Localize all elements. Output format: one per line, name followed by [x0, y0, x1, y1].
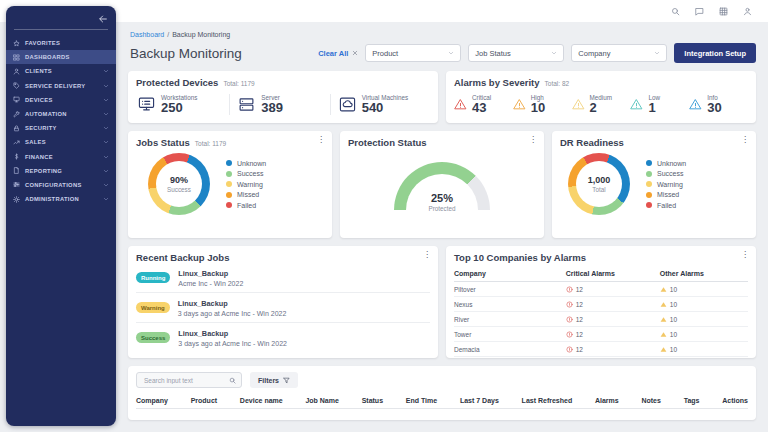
- legend-label: Success: [237, 170, 263, 177]
- column-header-status[interactable]: Status: [362, 397, 383, 404]
- star-icon: [13, 40, 20, 47]
- card-title: Top 10 Companies by Alarms: [454, 252, 586, 263]
- search-icon: [229, 377, 236, 384]
- clear-all-button[interactable]: Clear All: [318, 49, 358, 58]
- sidebar-item-label: FAVORITES: [25, 40, 60, 46]
- column-header-alarms[interactable]: Alarms: [595, 397, 619, 404]
- gauge-center-value: 25%: [394, 192, 490, 204]
- kebab-menu-icon[interactable]: ⋮: [529, 136, 537, 144]
- legend-label: Missed: [237, 191, 259, 198]
- sidebar-item-finance[interactable]: FINANCE: [6, 150, 116, 164]
- filter-select-product[interactable]: Product: [365, 44, 461, 62]
- kebab-menu-icon[interactable]: ⋮: [741, 251, 749, 259]
- close-icon: [352, 50, 358, 56]
- sidebar-item-devices[interactable]: DEVICES: [6, 93, 116, 107]
- kebab-menu-icon[interactable]: ⋮: [317, 136, 325, 144]
- chevron-down-icon: [103, 68, 109, 74]
- breadcrumb-dashboard-link[interactable]: Dashboard: [130, 31, 164, 38]
- sidebar-item-favorites[interactable]: FAVORITES: [6, 36, 116, 50]
- company-name: Piltover: [454, 286, 566, 293]
- filters-label: Filters: [258, 377, 279, 384]
- sidebar-item-label: SALES: [25, 139, 46, 145]
- chevron-down-icon: [448, 50, 454, 56]
- alert-triangle-icon: [689, 98, 702, 111]
- apps-button[interactable]: [719, 4, 728, 19]
- sidebar-item-administration[interactable]: ADMINISTRATION: [6, 192, 116, 206]
- severity-value: 2: [590, 101, 612, 115]
- collapse-sidebar-button[interactable]: [98, 12, 108, 27]
- column-header-job-name[interactable]: Job Name: [305, 397, 338, 404]
- job-name: Linux_Backup: [178, 329, 287, 338]
- job-row[interactable]: Warning Linux_Backup 3 days ago at Acme …: [136, 293, 430, 323]
- lock-icon: [13, 125, 20, 132]
- kebab-menu-icon[interactable]: ⋮: [741, 136, 749, 144]
- legend-item-failed: Failed: [646, 202, 686, 209]
- dollar-icon: [13, 153, 20, 160]
- column-header-product[interactable]: Product: [191, 397, 217, 404]
- sidebar-item-security[interactable]: SECURITY: [6, 121, 116, 135]
- recent-backup-jobs-card: Recent Backup Jobs ⋮ Running Linux_Backu…: [128, 246, 438, 358]
- column-header-actions[interactable]: Actions: [722, 397, 748, 404]
- sidebar-item-dashboards[interactable]: DASHBOARDS: [6, 50, 116, 64]
- integration-setup-button[interactable]: Integration Setup: [674, 43, 756, 63]
- search-input[interactable]: [142, 376, 229, 385]
- card-total: Total: 1179: [195, 140, 226, 147]
- column-header-notes[interactable]: Notes: [641, 397, 660, 404]
- sidebar-item-label: DASHBOARDS: [25, 54, 70, 60]
- user-button[interactable]: [743, 4, 752, 19]
- legend-label: Warning: [657, 181, 683, 188]
- protection-status-card: Protection Status ⋮ 25% Protected: [340, 131, 544, 238]
- column-header-last-7-days[interactable]: Last 7 Days: [460, 397, 499, 404]
- chevron-down-icon: [103, 139, 109, 145]
- backup-jobs-table-card: Filters CompanyProductDevice nameJob Nam…: [128, 366, 756, 420]
- legend-dot: [646, 160, 652, 166]
- legend-item-warning: Warning: [226, 181, 266, 188]
- filters-button[interactable]: Filters: [250, 372, 298, 388]
- wrench-icon: [13, 111, 20, 118]
- column-header-tags[interactable]: Tags: [684, 397, 700, 404]
- dr-readiness-donut: 1,000 Total: [568, 153, 630, 215]
- filter-select-job-status[interactable]: Job Status: [468, 44, 564, 62]
- company-row-piltover[interactable]: Piltover 12 10: [454, 282, 748, 297]
- sidebar-item-configurations[interactable]: CONFIGURATIONS: [6, 178, 116, 192]
- job-row[interactable]: Running Linux_Backup Acme Inc - Win 2022: [136, 263, 430, 293]
- company-row-nexus[interactable]: Nexus 12 10: [454, 297, 748, 312]
- search-button[interactable]: [671, 4, 680, 19]
- legend-dot: [646, 181, 652, 187]
- chat-icon: [695, 7, 704, 16]
- other-alarm-count: 10: [670, 346, 677, 353]
- company-row-river[interactable]: River 12 10: [454, 312, 748, 327]
- chevron-down-icon: [551, 50, 557, 56]
- status-badge: Running: [136, 272, 170, 283]
- kebab-menu-icon[interactable]: ⋮: [423, 251, 431, 259]
- filter-select-company[interactable]: Company: [571, 44, 667, 62]
- column-header-device-name[interactable]: Device name: [240, 397, 283, 404]
- sidebar-item-service-delivery[interactable]: SERVICE DELIVERY: [6, 79, 116, 93]
- user-icon: [743, 7, 752, 16]
- alert-triangle-icon: [513, 98, 526, 111]
- grid-icon: [13, 54, 20, 61]
- chevron-down-icon: [103, 125, 109, 131]
- apps-icon: [719, 7, 728, 16]
- column-header-end-time[interactable]: End Time: [406, 397, 437, 404]
- chevron-down-icon: [103, 196, 109, 202]
- chat-button[interactable]: [695, 4, 704, 19]
- clear-all-label: Clear All: [318, 49, 348, 58]
- company-row-tower[interactable]: Tower 12 10: [454, 327, 748, 342]
- monitor-icon: [13, 96, 20, 103]
- page-header: Backup Monitoring Clear All Product Job …: [130, 43, 756, 63]
- column-header-company[interactable]: Company: [136, 397, 168, 404]
- sidebar-item-automation[interactable]: AUTOMATION: [6, 107, 116, 121]
- legend-label: Missed: [657, 191, 679, 198]
- job-row[interactable]: Success Linux_Backup 3 days ago at Acme …: [136, 323, 430, 352]
- other-alarm-count: 10: [670, 331, 677, 338]
- sidebar-item-clients[interactable]: CLIENTS: [6, 64, 116, 78]
- sidebar-item-reporting[interactable]: REPORTING: [6, 164, 116, 178]
- column-header-last-refreshed[interactable]: Last Refreshed: [522, 397, 573, 404]
- legend-item-success: Success: [646, 170, 686, 177]
- document-icon: [13, 167, 20, 174]
- sidebar-item-sales[interactable]: SALES: [6, 135, 116, 149]
- sidebar-item-label: ADMINISTRATION: [25, 196, 79, 202]
- charts-row: Jobs Status Total: 1179 ⋮ 90% Success Un…: [128, 131, 756, 238]
- company-row-demacia[interactable]: Demacia 12 10: [454, 342, 748, 357]
